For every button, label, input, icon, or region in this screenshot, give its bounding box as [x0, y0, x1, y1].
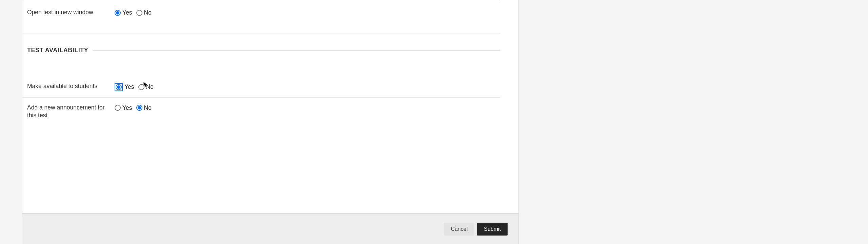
make-available-row: Make available to students Yes No: [22, 76, 500, 98]
option-no-label: No: [144, 104, 152, 111]
option-yes-label: Yes: [124, 83, 134, 90]
open-in-new-window-label: Open test in new window: [27, 8, 115, 17]
option-yes-label: Yes: [122, 9, 132, 16]
cancel-button[interactable]: Cancel: [444, 223, 474, 236]
add-announcement-no-radio[interactable]: [136, 105, 142, 111]
make-available-label: Make available to students: [27, 82, 115, 90]
option-yes-label: Yes: [122, 104, 132, 111]
footer-action-bar: Cancel Submit: [22, 214, 518, 244]
add-announcement-yes-radio[interactable]: [115, 105, 121, 111]
section-divider: [93, 50, 500, 50]
option-no-label: No: [146, 83, 154, 90]
make-available-no-radio[interactable]: [138, 84, 144, 90]
open-in-new-window-no-radio[interactable]: [136, 10, 142, 16]
open-in-new-window-yes-radio[interactable]: [115, 10, 121, 16]
form-panel: Open test in new window Yes No TEST AVAI…: [22, 0, 519, 244]
option-no-label: No: [144, 9, 152, 16]
test-availability-section: TEST AVAILABILITY: [22, 47, 500, 54]
add-announcement-row: Add a new announcement for this test Yes…: [22, 98, 500, 126]
submit-button[interactable]: Submit: [477, 223, 508, 236]
add-announcement-label: Add a new announcement for this test: [27, 104, 115, 120]
section-title: TEST AVAILABILITY: [27, 47, 88, 54]
open-in-new-window-row: Open test in new window Yes No: [22, 0, 500, 34]
make-available-yes-radio[interactable]: [116, 84, 122, 90]
radio-focus-ring: [115, 83, 123, 91]
